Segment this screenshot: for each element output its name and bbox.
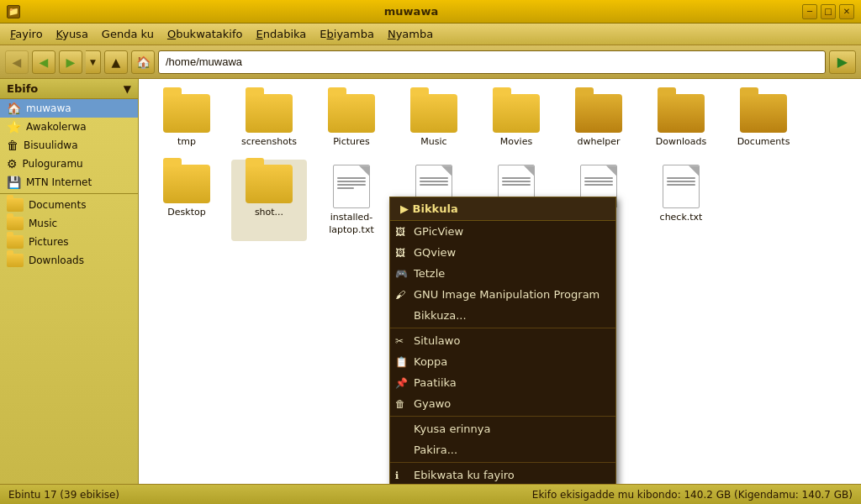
folder-icon-large [410, 94, 457, 133]
menu-endabika[interactable]: Endabika [249, 26, 313, 42]
sidebar-item-downloads[interactable]: Downloads [0, 251, 138, 270]
file-item-movies[interactable]: Movies [478, 89, 554, 153]
folder-icon [7, 235, 24, 249]
ctx-item-situlawo[interactable]: ✂ Situlawo [390, 330, 615, 351]
ctx-item-properties[interactable]: ℹ Ebikwata ku fayiro [390, 465, 615, 484]
sidebar-item-documents[interactable]: Documents [0, 196, 138, 214]
history-dropdown[interactable]: ▼ [86, 50, 101, 74]
menu-fayiro[interactable]: Fayiro [3, 26, 50, 42]
menu-kyusa[interactable]: Kyusa [50, 26, 95, 42]
location-bar[interactable] [158, 50, 826, 74]
back-button[interactable]: ◀ [5, 50, 29, 74]
sidebar-item-mtn-internet[interactable]: 💾 MTN Internet [0, 173, 138, 192]
folder-icon-large [328, 94, 375, 133]
ctx-item-rename[interactable]: Kyusa erinnya [390, 418, 615, 439]
file-item-check[interactable]: check.txt [643, 160, 719, 241]
ctx-item-pakira[interactable]: Pakira... [390, 439, 615, 460]
mtn-icon: 💾 [7, 176, 21, 189]
sidebar-header: Ebifo ▼ [0, 79, 138, 99]
folder-icon [7, 198, 24, 212]
home-button[interactable]: 🏠 [131, 50, 155, 74]
paste-icon: 📌 [395, 377, 408, 389]
file-item-downloads[interactable]: Downloads [643, 89, 719, 153]
ctx-item-gqview[interactable]: 🖼 GQview [390, 242, 615, 263]
file-item-documents[interactable]: Documents [726, 89, 801, 153]
sidebar-item-puloguramu[interactable]: ⚙ Puloguramu [0, 155, 138, 173]
sidebar-item-awakolerwa[interactable]: ⭐ Awakolerwa [0, 118, 138, 136]
statusbar-right: Ekifo ekisigadde mu kibondo: 140.2 GB (K… [532, 489, 853, 501]
menu-obukwatakifo[interactable]: Obukwatakifo [161, 26, 250, 42]
go-button[interactable]: ▶ [829, 50, 856, 74]
statusbar: Ebintu 17 (39 ebikise) Ekifo ekisigadde … [0, 484, 861, 504]
folder-icon [7, 217, 24, 230]
tetzle-icon: 🎮 [395, 268, 408, 280]
properties-icon: ℹ [395, 470, 399, 481]
folder-icon-large [246, 165, 293, 203]
bisuulidwa-icon: 🗑 [7, 139, 18, 152]
sidebar-item-bisuulidwa[interactable]: 🗑 Bisuulidwa [0, 136, 138, 155]
folder-icon-large [163, 165, 210, 203]
toolbar: ◀ ◀ ▶ ▼ ▲ 🏠 ▶ [0, 45, 861, 79]
ctx-item-bikkuza[interactable]: Bikkuza... [390, 305, 615, 326]
sidebar-separator [0, 193, 138, 194]
menu-ebiyamba[interactable]: Ebiyamba [313, 26, 381, 42]
folder-icon-large [658, 94, 705, 133]
sidebar-item-music[interactable]: Music [0, 214, 138, 233]
folder-icon [7, 254, 24, 267]
delete-icon: 🗑 [395, 398, 405, 410]
window-controls: ─ □ ✕ [802, 4, 854, 19]
ctx-separator-1 [390, 328, 615, 328]
ctx-item-koppa[interactable]: 📋 Koppa [390, 351, 615, 372]
txt-icon [333, 165, 370, 208]
sidebar-item-pictures[interactable]: Pictures [0, 233, 138, 251]
context-menu-header: ▶ Bikkula [390, 197, 615, 221]
file-item-music[interactable]: Music [396, 89, 472, 153]
ctx-separator-3 [390, 462, 615, 463]
file-item-tmp[interactable]: tmp [149, 89, 224, 153]
file-item-shot[interactable]: shot... [231, 160, 307, 241]
file-item-pictures[interactable]: Pictures [314, 89, 389, 153]
gimp-icon: 🖌 [395, 289, 405, 301]
location-input[interactable] [166, 55, 818, 68]
menu-nyamba[interactable]: Nyamba [381, 26, 440, 42]
folder-icon-large [163, 94, 210, 133]
prev-button[interactable]: ◀ [32, 50, 55, 74]
copy-icon: 📋 [395, 356, 408, 368]
sidebar-item-muwawa[interactable]: 🏠 muwawa [0, 99, 138, 118]
awakolerwa-icon: ⭐ [7, 120, 21, 134]
main-area: Ebifo ▼ 🏠 muwawa ⭐ Awakolerwa 🗑 Bisuulid… [0, 79, 861, 484]
folder-icon-large [493, 94, 540, 133]
cut-icon: ✂ [395, 335, 404, 347]
file-item-dwhelper[interactable]: dwhelper [561, 89, 637, 153]
app-title: muwawa [20, 5, 802, 18]
menu-genda-ku[interactable]: Genda ku [95, 26, 161, 42]
file-item-desktop[interactable]: Desktop [149, 160, 224, 241]
home-icon: 🏠 [7, 102, 21, 115]
maximize-button[interactable]: □ [821, 4, 836, 19]
app-icon: 📁 [7, 5, 20, 18]
minimize-button[interactable]: ─ [802, 4, 817, 19]
file-area[interactable]: tmp screenshots Pictures Music Movies dw… [139, 79, 861, 484]
file-item-installed-laptop[interactable]: installed-laptop.txt [314, 160, 389, 241]
sidebar: Ebifo ▼ 🏠 muwawa ⭐ Awakolerwa 🗑 Bisuulid… [0, 79, 139, 484]
close-button[interactable]: ✕ [839, 4, 854, 19]
titlebar: 📁 muwawa ─ □ ✕ [0, 0, 861, 24]
gpicview-icon: 🖼 [395, 226, 405, 238]
file-item-screenshots[interactable]: screenshots [231, 89, 307, 153]
ctx-item-paatiika[interactable]: 📌 Paatiika [390, 372, 615, 393]
next-button[interactable]: ▶ [59, 50, 82, 74]
folder-icon-large [575, 94, 622, 133]
menubar: Fayiro Kyusa Genda ku Obukwatakifo Endab… [0, 24, 861, 45]
statusbar-left: Ebintu 17 (39 ebikise) [8, 489, 119, 501]
ctx-item-gimp[interactable]: 🖌 GNU Image Manipulation Program [390, 284, 615, 305]
ctx-item-gyawo[interactable]: 🗑 Gyawo [390, 393, 615, 414]
txt-icon [663, 165, 700, 208]
gqview-icon: 🖼 [395, 247, 405, 259]
context-menu: ▶ Bikkula 🖼 GPicView 🖼 GQview 🎮 Tetzle 🖌… [389, 197, 616, 484]
ctx-item-gpicview[interactable]: 🖼 GPicView [390, 221, 615, 242]
puloguramu-icon: ⚙ [7, 157, 18, 171]
folder-icon-large [246, 94, 293, 133]
up-button[interactable]: ▲ [104, 50, 128, 74]
folder-icon-large [740, 94, 787, 133]
ctx-item-tetzle[interactable]: 🎮 Tetzle [390, 263, 615, 284]
